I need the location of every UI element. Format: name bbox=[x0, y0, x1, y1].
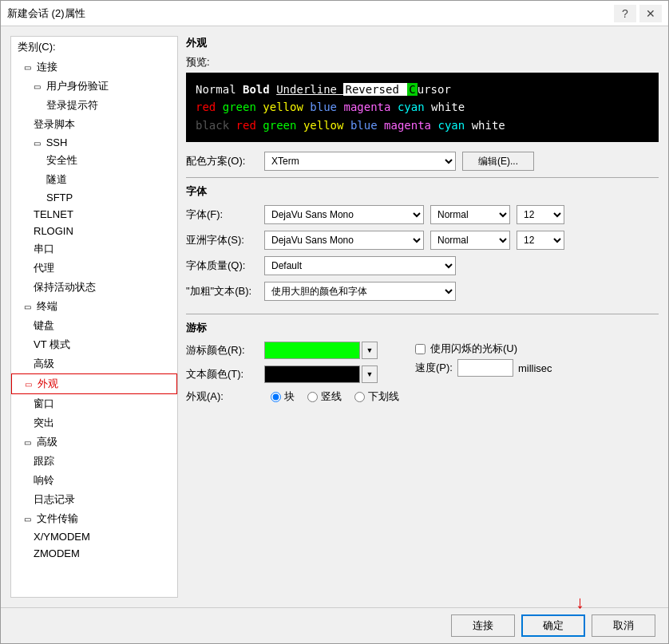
sidebar-item-appearance[interactable]: ▭ 外观 bbox=[11, 373, 177, 394]
cancel-button[interactable]: 取消 bbox=[592, 614, 655, 637]
dialog-footer: ↓ 连接 确定 取消 bbox=[1, 607, 668, 643]
quality-select[interactable]: Default Draft AntiAliased bbox=[264, 256, 456, 275]
help-button[interactable]: ? bbox=[614, 5, 636, 22]
sidebar-item-connection[interactable]: ▭ 连接 bbox=[11, 57, 177, 77]
sidebar-item-telnet[interactable]: TELNET bbox=[11, 206, 177, 223]
sidebar-item-keyboard[interactable]: 键盘 bbox=[11, 316, 177, 335]
sidebar-item-advanced2[interactable]: ▭ 高级 bbox=[11, 433, 177, 452]
color-scheme-row: 配色方案(O): XTerm 编辑(E)... bbox=[186, 152, 659, 171]
tree-label-auth: 用户身份验证 bbox=[46, 80, 109, 92]
sidebar-item-zmodem[interactable]: ZMODEM bbox=[11, 545, 177, 562]
sidebar-item-tunnel[interactable]: 隧道 bbox=[11, 170, 177, 189]
sidebar-item-advanced[interactable]: 高级 bbox=[11, 354, 177, 373]
cursor-section-title: 游标 bbox=[186, 321, 659, 335]
preview-white-2: white bbox=[472, 119, 505, 132]
asian-font-label: 亚洲字体(S): bbox=[186, 233, 258, 247]
preview-yellow-2: yellow bbox=[303, 119, 350, 132]
tree-label-ssh: SSH bbox=[46, 136, 68, 148]
radio-underline-label: 下划线 bbox=[368, 389, 399, 404]
tree-label-xymodem: X/YMODEM bbox=[34, 531, 90, 543]
tree-label-telnet: TELNET bbox=[34, 208, 73, 220]
title-bar-controls: ? ✕ bbox=[614, 5, 662, 22]
preview-cyan-2: cyan bbox=[437, 119, 471, 132]
tree-label-rlogin: RLOGIN bbox=[34, 225, 73, 237]
sidebar-item-vt-mode[interactable]: VT 模式 bbox=[11, 335, 177, 354]
sidebar-item-window[interactable]: 窗口 bbox=[11, 394, 177, 413]
sidebar-item-file-transfer[interactable]: ▭ 文件传输 bbox=[11, 509, 177, 528]
cursor-color-box[interactable] bbox=[264, 342, 360, 359]
section-title: 外观 bbox=[186, 36, 659, 50]
collapse-icon-auth: ▭ bbox=[34, 82, 43, 91]
edit-scheme-button[interactable]: 编辑(E)... bbox=[462, 152, 534, 171]
sidebar-item-proxy[interactable]: 代理 bbox=[11, 259, 177, 278]
cursor-right: 使用闪烁的光标(U) 速度(P): millisec bbox=[415, 342, 552, 377]
asian-font-size-select[interactable]: 12 10 14 bbox=[517, 231, 564, 250]
speed-input[interactable] bbox=[457, 359, 513, 377]
blink-checkbox[interactable] bbox=[415, 344, 426, 354]
connect-button[interactable]: 连接 bbox=[451, 614, 515, 637]
sidebar-item-login-script[interactable]: 登录脚本 bbox=[11, 115, 177, 134]
speed-row: 速度(P): millisec bbox=[415, 359, 552, 377]
tree-label-keepalive: 保持活动状态 bbox=[34, 281, 96, 293]
color-scheme-label: 配色方案(O): bbox=[186, 154, 258, 168]
font-label: 字体(F): bbox=[186, 207, 258, 222]
preview-yellow-1: yellow bbox=[263, 101, 310, 113]
collapse-icon-terminal: ▭ bbox=[24, 302, 34, 311]
radio-block[interactable]: 块 bbox=[271, 389, 295, 404]
cursor-color-dropdown[interactable]: ▼ bbox=[362, 342, 378, 359]
asian-font-style-select[interactable]: Normal Bold bbox=[430, 231, 510, 250]
sidebar-item-terminal[interactable]: ▭ 终端 bbox=[11, 297, 177, 316]
font-style-select[interactable]: Normal Bold Italic bbox=[430, 205, 510, 224]
radio-underline-input[interactable] bbox=[354, 392, 365, 402]
dialog: 新建会话 (2)属性 ? ✕ 类别(C): ▭ 连接 ▭ 用户身份验证 登录提示… bbox=[0, 0, 669, 644]
text-color-picker: ▼ bbox=[264, 365, 378, 383]
sidebar-item-keepalive[interactable]: 保持活动状态 bbox=[11, 278, 177, 297]
title-bar-left: 新建会话 (2)属性 bbox=[7, 6, 85, 21]
font-size-select[interactable]: 12 10 11 14 bbox=[517, 205, 564, 224]
collapse-icon-advanced2: ▭ bbox=[24, 438, 34, 447]
preview-magenta-1: magenta bbox=[343, 101, 397, 113]
sidebar-item-auth[interactable]: ▭ 用户身份验证 bbox=[11, 77, 177, 96]
sidebar-item-highlight[interactable]: 突出 bbox=[11, 413, 177, 433]
bold-text-select[interactable]: 使用大胆的颜色和字体 使用大胆的颜色 使用大胆的字体 无 bbox=[264, 282, 456, 301]
sidebar-item-ssh[interactable]: ▭ SSH bbox=[11, 134, 177, 151]
radio-underline[interactable]: 下划线 bbox=[354, 389, 399, 404]
tree-label-advanced: 高级 bbox=[34, 358, 54, 369]
quality-row: 字体质量(Q): Default Draft AntiAliased bbox=[186, 256, 659, 275]
sidebar-item-rlogin[interactable]: RLOGIN bbox=[11, 223, 177, 239]
bold-text-row: "加粗"文本(B): 使用大胆的颜色和字体 使用大胆的颜色 使用大胆的字体 无 bbox=[186, 282, 659, 301]
font-section: 字体 字体(F): DejaVu Sans Mono Normal Bold I… bbox=[186, 177, 659, 307]
sidebar-item-sftp[interactable]: SFTP bbox=[11, 189, 177, 206]
sidebar-item-trace[interactable]: 跟踪 bbox=[11, 452, 177, 471]
dialog-body: 类别(C): ▭ 连接 ▭ 用户身份验证 登录提示符 登录脚本 ▭ SSH 安全… bbox=[1, 26, 668, 607]
asian-font-select[interactable]: DejaVu Sans Mono bbox=[264, 231, 424, 250]
tree-label-appearance: 外观 bbox=[38, 377, 58, 389]
radio-vertical-input[interactable] bbox=[307, 392, 318, 402]
radio-block-input[interactable] bbox=[271, 392, 281, 402]
text-color-box[interactable] bbox=[264, 365, 360, 383]
preview-red-2: red bbox=[236, 119, 263, 132]
preview-line1: Normal Bold Underline Reversed Cursor bbox=[196, 81, 649, 98]
confirm-button[interactable]: 确定 bbox=[521, 614, 585, 637]
close-button[interactable]: ✕ bbox=[639, 5, 662, 22]
preview-underline: Underline bbox=[276, 83, 343, 96]
font-select[interactable]: DejaVu Sans Mono bbox=[264, 205, 424, 224]
radio-vertical[interactable]: 竖线 bbox=[307, 389, 342, 404]
quality-label: 字体质量(Q): bbox=[186, 259, 258, 273]
sidebar-item-bell[interactable]: 响铃 bbox=[11, 471, 177, 490]
preview-blue-2: blue bbox=[350, 119, 384, 132]
arrow-indicator: ↓ bbox=[576, 592, 584, 613]
tree-label-port: 串口 bbox=[34, 243, 54, 255]
sidebar-item-login-prompt[interactable]: 登录提示符 bbox=[11, 96, 177, 115]
radio-block-label: 块 bbox=[284, 389, 295, 404]
sidebar-item-log[interactable]: 日志记录 bbox=[11, 490, 177, 509]
collapse-icon-connection: ▭ bbox=[24, 63, 34, 72]
sidebar-item-security[interactable]: 安全性 bbox=[11, 151, 177, 170]
tree-label-terminal: 终端 bbox=[37, 300, 57, 312]
sidebar-item-xymodem[interactable]: X/YMODEM bbox=[11, 528, 177, 545]
sidebar-item-port[interactable]: 串口 bbox=[11, 239, 177, 259]
preview-white-1: white bbox=[431, 101, 465, 113]
color-scheme-select[interactable]: XTerm bbox=[264, 152, 456, 171]
text-color-dropdown[interactable]: ▼ bbox=[362, 365, 378, 383]
right-panel: 外观 预览: Normal Bold Underline Reversed Cu… bbox=[186, 36, 659, 598]
